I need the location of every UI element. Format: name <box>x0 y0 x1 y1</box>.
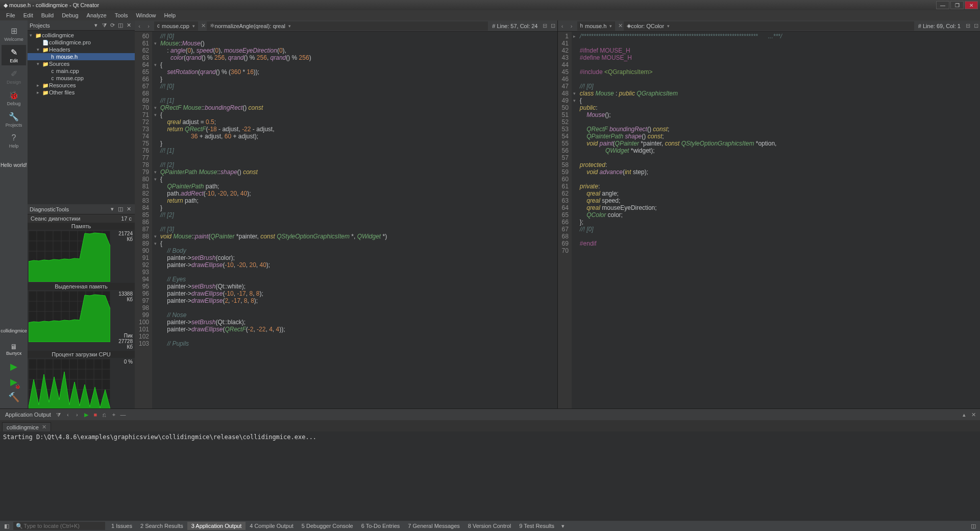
status-pane-4[interactable]: 5 Debugger Console <box>298 522 357 530</box>
symbol-selector[interactable]: ⚛normalizeAngle(qreal): qreal▾ <box>207 21 488 31</box>
tree-item[interactable]: ▸📁Resources <box>28 82 135 89</box>
debug-run-button[interactable]: ▶🐞 <box>6 375 21 389</box>
file-selector[interactable]: hmouse.h▾ <box>577 21 616 31</box>
run-button[interactable]: ▶ <box>6 359 21 374</box>
menu-file[interactable]: File <box>2 11 19 19</box>
close-button[interactable]: ✕ <box>965 1 978 9</box>
symbol-selector[interactable]: ◈color: QColor▾ <box>624 21 914 31</box>
close-file-icon[interactable]: ✕ <box>618 22 623 29</box>
maximize-button[interactable]: ❐ <box>950 1 964 9</box>
add-icon[interactable]: + <box>109 412 118 418</box>
close-output-icon[interactable]: ✕ <box>969 412 978 418</box>
menu-build[interactable]: Build <box>37 11 58 19</box>
close-pane-icon[interactable]: ✕ <box>125 206 133 212</box>
window-title: mouse.h - collidingmice - Qt Creator <box>9 2 99 8</box>
status-pane-0[interactable]: 1 Issues <box>107 522 136 530</box>
status-pane-6[interactable]: 7 General Messages <box>404 522 464 530</box>
output-tab[interactable]: collidingmice✕ <box>2 422 51 431</box>
maximize-icon[interactable]: ▴ <box>960 412 969 418</box>
close-file-icon[interactable]: ✕ <box>201 22 206 29</box>
editor-toolbar: ‹ › hmouse.h▾ ✕ ◈color: QColor▾ # Line: … <box>558 20 981 32</box>
tree-item[interactable]: cmouse.cpp <box>28 75 135 82</box>
code-area[interactable]: 6061626364656667686970717273747576777879… <box>135 32 557 408</box>
output-pane: Application Output ⧩ ‹ › ▶ ■ ⎌ + — ▴ ✕ c… <box>0 408 980 521</box>
app-icon: ◆ <box>2 2 9 9</box>
projects-header: Projects ▾ ⧩ ⟳ ◫ ✕ <box>28 20 135 31</box>
h-icon: h <box>580 23 583 29</box>
dropdown-icon[interactable]: ▾ <box>108 206 116 212</box>
dropdown-icon[interactable]: ▾ <box>558 523 568 529</box>
filter-icon[interactable]: ⧩ <box>100 22 108 29</box>
menu-help[interactable]: Help <box>160 11 180 19</box>
nav-back-icon[interactable]: ‹ <box>135 23 144 29</box>
mode-debug[interactable]: 🐞Debug <box>2 88 26 108</box>
minimize-button[interactable]: — <box>936 1 949 9</box>
tree-item[interactable]: cmain.cpp <box>28 67 135 75</box>
menubar: FileEditBuildDebugAnalyzeToolsWindowHelp <box>0 10 980 20</box>
status-pane-2[interactable]: 3 Application Output <box>187 522 246 530</box>
split-close-icon[interactable]: ⊡ <box>549 22 557 29</box>
split-h-icon[interactable]: ⊟ <box>541 22 549 29</box>
output-text[interactable]: Starting D:\Qt\4.8.6\examples\graphicsvi… <box>0 431 980 521</box>
split-icon[interactable]: ◫ <box>116 22 125 29</box>
dropdown-icon[interactable]: ▾ <box>92 22 100 29</box>
attach-icon[interactable]: ⎌ <box>100 412 109 418</box>
mode-edit[interactable]: ✎Edit <box>2 45 26 65</box>
status-pane-7[interactable]: 8 Version Control <box>464 522 515 530</box>
mode-welcome[interactable]: ⊞Welcome <box>2 23 26 44</box>
sync-icon[interactable]: ⟳ <box>108 22 116 29</box>
cursor-pos[interactable]: # Line: 57, Col: 24 <box>489 23 541 29</box>
progress-icon[interactable]: ◫ <box>969 523 978 529</box>
code-area[interactable]: 1414243444546474849505152535455565758596… <box>558 32 981 408</box>
editor-toolbar: ‹ › cmouse.cpp▾ ✕ ⚛normalizeAngle(qreal)… <box>135 20 557 32</box>
tree-item[interactable]: hmouse.h <box>28 53 135 60</box>
tree-item[interactable]: ▾📁Headers <box>28 46 135 53</box>
output-title: Application Output <box>2 412 54 418</box>
kit-project[interactable]: collidingmice <box>2 323 26 339</box>
status-pane-8[interactable]: 9 Test Results <box>515 522 558 530</box>
status-pane-1[interactable]: 2 Search Results <box>136 522 187 530</box>
mode-projects[interactable]: 🔧Projects <box>2 109 26 130</box>
output-tabs: collidingmice✕ <box>0 420 980 431</box>
project-tree[interactable]: ▾📁collidingmice 📄collidingmice.pro▾📁Head… <box>28 31 135 204</box>
menu-tools[interactable]: Tools <box>111 11 132 19</box>
kit-build[interactable]: 🖥Выпуск <box>2 341 26 357</box>
remove-icon[interactable]: — <box>118 412 128 418</box>
prev-icon[interactable]: ‹ <box>63 412 72 418</box>
nav-back-icon[interactable]: ‹ <box>558 23 567 29</box>
menu-debug[interactable]: Debug <box>58 11 82 19</box>
nav-fwd-icon[interactable]: › <box>144 23 153 29</box>
tree-item[interactable]: ▾📁Sources <box>28 60 135 67</box>
next-icon[interactable]: › <box>72 412 82 418</box>
tree-item[interactable]: 📄collidingmice.pro <box>28 39 135 46</box>
locator[interactable]: 🔍 <box>13 522 105 530</box>
diag-body: Сеанс диагностики17 с Память 21724 Кб Вы… <box>28 214 135 408</box>
build-button[interactable]: 🔨 <box>6 390 21 404</box>
mode-design[interactable]: ✐Design <box>2 66 26 87</box>
tree-item[interactable]: ▾📁collidingmice <box>28 32 135 39</box>
status-pane-5[interactable]: 6 To-Do Entries <box>357 522 404 530</box>
close-pane-icon[interactable]: ✕ <box>125 22 133 29</box>
split-h-icon[interactable]: ⊟ <box>964 22 972 29</box>
menu-analyze[interactable]: Analyze <box>83 11 111 19</box>
stop-icon[interactable]: ■ <box>91 412 100 418</box>
alloc-graph <box>29 291 110 342</box>
close-tab-icon[interactable]: ✕ <box>42 424 46 430</box>
menu-window[interactable]: Window <box>132 11 160 19</box>
split-icon[interactable]: ◫ <box>116 206 125 212</box>
filter-icon[interactable]: ⧩ <box>54 412 63 418</box>
cpu-graph <box>29 359 110 408</box>
run-icon[interactable]: ▶ <box>82 412 91 418</box>
tree-item[interactable]: ▸📁Other files <box>28 89 135 96</box>
toggle-sidebar-icon[interactable]: ◧ <box>2 523 11 529</box>
status-pane-3[interactable]: 4 Compile Output <box>246 522 298 530</box>
menu-edit[interactable]: Edit <box>19 11 37 19</box>
cursor-pos[interactable]: # Line: 69, Col: 1 <box>915 23 964 29</box>
memory-graph <box>29 231 110 282</box>
file-selector[interactable]: cmouse.cpp▾ <box>154 21 198 31</box>
locator-input[interactable] <box>23 523 103 529</box>
mode-help[interactable]: ?Help <box>2 131 26 151</box>
nav-fwd-icon[interactable]: › <box>567 23 576 29</box>
split-close-icon[interactable]: ⊡ <box>972 22 980 29</box>
output-toolbar: Application Output ⧩ ‹ › ▶ ■ ⎌ + — ▴ ✕ <box>0 409 980 420</box>
